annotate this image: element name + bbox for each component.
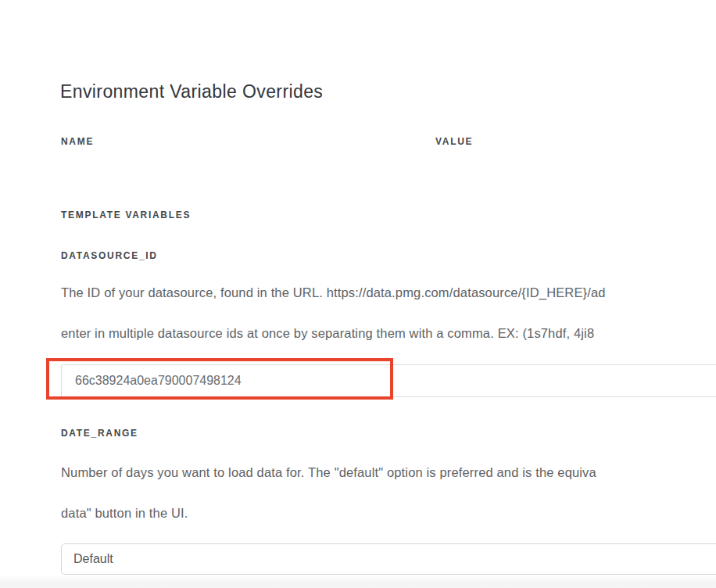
datasource-id-input[interactable] [61,364,716,397]
environment-overrides-page: Environment Variable Overrides NAME VALU… [0,0,716,588]
datasource-id-description-line2: enter in multiple datasource ids at once… [61,326,594,341]
bottom-section-divider [0,576,716,588]
column-header-name: NAME [61,136,94,147]
section-header-template-variables: TEMPLATE VARIABLES [61,210,191,220]
date-range-select[interactable] [61,543,716,575]
field-label-datasource-id: DATASOURCE_ID [61,250,158,261]
date-range-description-line1: Number of days you want to load data for… [61,465,596,480]
page-title: Environment Variable Overrides [60,81,323,102]
datasource-id-description-line1: The ID of your datasource, found in the … [61,285,606,300]
date-range-description-line2: data" button in the UI. [61,506,188,521]
field-label-date-range: DATE_RANGE [61,428,138,439]
column-header-value: VALUE [435,136,473,147]
